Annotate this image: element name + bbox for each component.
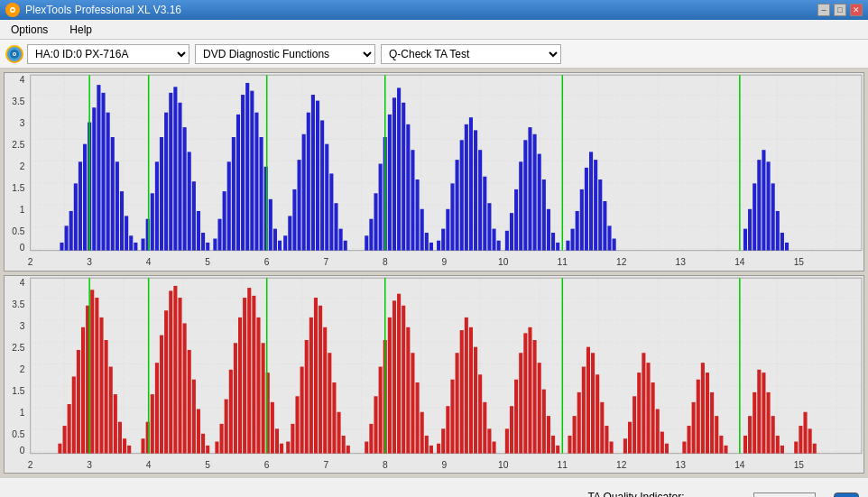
svg-rect-130 [528, 127, 531, 251]
svg-rect-72 [245, 83, 249, 251]
svg-rect-198 [123, 438, 126, 453]
menu-bar: Options Help [0, 20, 868, 40]
title-bar-left: PlexTools Professional XL V3.16 [5, 3, 181, 17]
svg-text:0: 0 [20, 444, 25, 455]
svg-rect-265 [446, 406, 449, 453]
svg-rect-245 [342, 435, 346, 453]
top-chart-panel: 4 3.5 3 2.5 2 1.5 1 0.5 0 2 3 4 5 6 7 8 … [4, 72, 864, 272]
minimize-button[interactable]: – [817, 4, 830, 16]
svg-rect-244 [337, 411, 341, 453]
svg-rect-138 [571, 229, 575, 251]
svg-text:2.5: 2.5 [12, 341, 24, 352]
svg-rect-115 [456, 160, 459, 251]
menu-options[interactable]: Options [4, 22, 55, 38]
svg-rect-290 [577, 391, 581, 453]
svg-text:1: 1 [20, 406, 25, 417]
svg-rect-260 [425, 435, 429, 453]
svg-rect-122 [487, 203, 491, 250]
svg-rect-269 [465, 317, 468, 453]
svg-rect-279 [519, 353, 522, 453]
svg-text:0.5: 0.5 [12, 428, 24, 438]
start-button[interactable]: Start [753, 492, 816, 498]
svg-rect-44 [120, 191, 124, 251]
svg-rect-195 [109, 366, 113, 453]
svg-rect-184 [58, 443, 61, 453]
svg-rect-32 [65, 225, 69, 250]
svg-rect-310 [687, 426, 690, 454]
test-select[interactable]: Q-Check TA Test [381, 44, 561, 64]
function-select[interactable]: DVD Diagnostic Functions [195, 44, 375, 64]
svg-rect-243 [332, 382, 336, 453]
svg-rect-220 [229, 369, 233, 453]
svg-rect-85 [302, 134, 306, 251]
svg-rect-333 [813, 443, 817, 453]
svg-rect-249 [374, 396, 377, 453]
svg-rect-92 [334, 203, 337, 250]
svg-rect-289 [573, 416, 577, 454]
svg-rect-303 [642, 353, 645, 453]
svg-rect-131 [533, 134, 537, 251]
maximize-button[interactable]: □ [834, 4, 846, 16]
svg-rect-209 [178, 298, 181, 454]
svg-text:2: 2 [20, 363, 25, 373]
svg-point-6 [14, 53, 15, 55]
svg-rect-33 [69, 211, 73, 251]
svg-rect-278 [514, 379, 518, 453]
svg-rect-188 [77, 349, 80, 453]
main-content: 4 3.5 3 2.5 2 1.5 1 0.5 0 2 3 4 5 6 7 8 … [0, 69, 868, 477]
svg-text:4: 4 [146, 256, 152, 267]
info-icon-button[interactable]: i [834, 492, 859, 498]
svg-rect-196 [114, 394, 117, 454]
svg-rect-214 [201, 433, 205, 453]
svg-rect-86 [307, 113, 310, 251]
svg-rect-205 [160, 335, 163, 453]
svg-rect-215 [206, 445, 209, 453]
svg-rect-155 [771, 183, 775, 250]
svg-rect-211 [188, 349, 191, 453]
svg-text:0.5: 0.5 [12, 225, 24, 236]
svg-rect-257 [411, 353, 414, 453]
svg-rect-309 [682, 441, 686, 453]
svg-rect-108 [425, 233, 429, 251]
svg-rect-264 [441, 428, 445, 453]
svg-rect-98 [379, 164, 383, 251]
svg-text:6: 6 [264, 256, 270, 267]
bottom-chart: 4 3.5 3 2.5 2 1.5 1 0.5 0 2 3 4 5 6 7 8 … [5, 276, 863, 474]
svg-rect-240 [319, 305, 322, 453]
svg-point-2 [12, 9, 14, 12]
device-select[interactable]: HA:0 ID:0 PX-716A [27, 44, 189, 64]
svg-text:13: 13 [676, 458, 686, 469]
svg-rect-150 [748, 209, 752, 251]
svg-rect-104 [406, 124, 410, 251]
svg-rect-234 [291, 423, 294, 453]
svg-rect-145 [603, 201, 606, 251]
svg-rect-266 [450, 379, 454, 453]
svg-rect-141 [585, 168, 588, 251]
svg-rect-223 [243, 298, 246, 454]
svg-rect-103 [402, 103, 405, 251]
svg-rect-219 [225, 399, 228, 453]
close-button[interactable]: ✕ [850, 4, 863, 16]
svg-rect-56 [173, 87, 177, 250]
svg-text:7: 7 [323, 458, 328, 469]
svg-rect-93 [339, 229, 343, 251]
svg-rect-301 [633, 396, 636, 453]
svg-rect-127 [514, 189, 518, 251]
svg-text:10: 10 [498, 458, 508, 469]
svg-rect-53 [160, 137, 163, 251]
title-bar-controls[interactable]: – □ ✕ [817, 4, 863, 16]
svg-rect-226 [256, 317, 260, 453]
svg-rect-247 [365, 441, 368, 453]
svg-rect-231 [280, 443, 283, 453]
svg-text:4: 4 [20, 276, 25, 287]
svg-rect-81 [283, 235, 287, 250]
svg-rect-63 [206, 243, 209, 251]
svg-rect-151 [753, 183, 756, 250]
menu-help[interactable]: Help [62, 22, 99, 38]
svg-rect-210 [183, 323, 187, 453]
svg-rect-94 [344, 241, 347, 251]
svg-rect-143 [594, 160, 597, 251]
svg-rect-331 [803, 411, 807, 453]
svg-rect-213 [197, 409, 200, 453]
svg-rect-83 [292, 189, 296, 251]
